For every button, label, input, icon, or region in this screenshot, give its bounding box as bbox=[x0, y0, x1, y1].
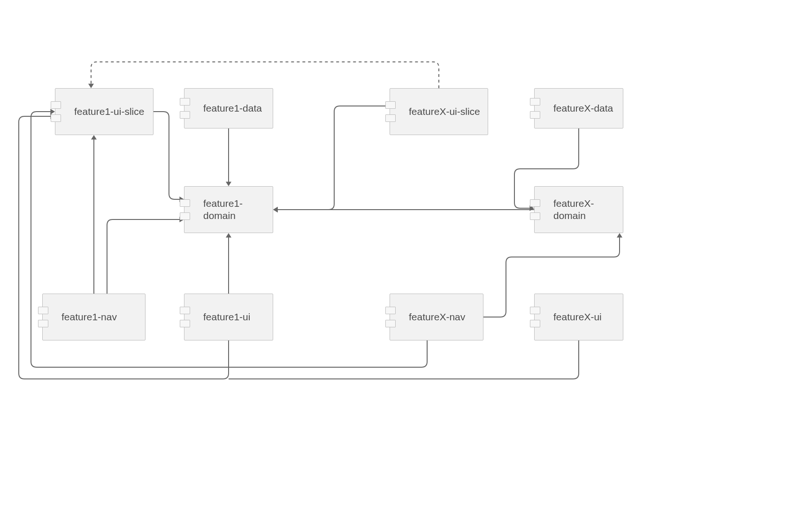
component-tab-icon bbox=[530, 111, 540, 119]
component-tab-icon bbox=[180, 111, 190, 119]
component-icon bbox=[51, 101, 61, 122]
diagram-canvas: feature1-ui-slicefeature1-datafeatureX-u… bbox=[0, 0, 812, 529]
component-label: feature1-domain bbox=[184, 197, 273, 222]
component-tab-icon bbox=[385, 114, 396, 122]
component-icon bbox=[530, 98, 540, 119]
arrowhead-icon bbox=[226, 181, 231, 186]
component-node-fx-ui: featureX-ui bbox=[534, 294, 623, 340]
component-icon bbox=[530, 307, 540, 327]
component-node-f1-data: feature1-data bbox=[184, 88, 273, 128]
component-tab-icon bbox=[180, 320, 190, 327]
arrowhead-icon bbox=[226, 233, 231, 238]
component-tab-icon bbox=[530, 212, 540, 220]
edge-layer bbox=[0, 0, 812, 529]
component-tab-icon bbox=[530, 98, 540, 106]
component-tab-icon bbox=[38, 307, 48, 314]
component-node-f1-ui: feature1-ui bbox=[184, 294, 273, 340]
component-tab-icon bbox=[530, 307, 540, 314]
arrowhead-icon bbox=[273, 207, 278, 212]
component-tab-icon bbox=[385, 101, 396, 109]
arrowhead-icon bbox=[91, 135, 97, 140]
component-label: feature1-ui bbox=[184, 311, 256, 323]
component-tab-icon bbox=[180, 98, 190, 106]
component-node-f1-ui-slice: feature1-ui-slice bbox=[55, 88, 153, 135]
component-node-fx-nav: featureX-nav bbox=[390, 294, 483, 340]
edge-fx-ui-slice-to-f1-domain-via-lift bbox=[276, 106, 390, 210]
component-tab-icon bbox=[385, 307, 396, 314]
component-node-fx-data: featureX-data bbox=[534, 88, 623, 128]
component-tab-icon bbox=[530, 320, 540, 327]
component-tab-icon bbox=[180, 199, 190, 207]
edge-fx-ui-slice-to-f1-ui-slice bbox=[91, 62, 439, 88]
arrowhead-icon bbox=[617, 233, 622, 238]
arrowhead-icon bbox=[88, 83, 94, 88]
component-node-fx-ui-slice: featureX-ui-slice bbox=[390, 88, 488, 135]
component-label: featureX-domain bbox=[535, 197, 623, 222]
edge-fx-ui-to-f1-ui-slice-loop bbox=[229, 340, 579, 379]
component-label: feature1-nav bbox=[43, 311, 123, 323]
component-icon bbox=[180, 98, 190, 119]
component-icon bbox=[530, 199, 540, 220]
arrowhead-icon bbox=[273, 207, 278, 212]
edge-f1-nav-to-f1-domain bbox=[107, 219, 181, 294]
component-label: featureX-nav bbox=[390, 311, 471, 323]
component-tab-icon bbox=[38, 320, 48, 327]
component-node-f1-nav: feature1-nav bbox=[42, 294, 146, 340]
component-node-fx-domain: featureX-domain bbox=[534, 186, 623, 233]
component-node-f1-domain: feature1-domain bbox=[184, 186, 273, 233]
component-icon bbox=[385, 101, 396, 122]
component-icon bbox=[180, 199, 190, 220]
component-tab-icon bbox=[180, 307, 190, 314]
component-label: feature1-ui-slice bbox=[55, 106, 150, 118]
component-icon bbox=[38, 307, 48, 327]
component-icon bbox=[180, 307, 190, 327]
component-tab-icon bbox=[51, 114, 61, 122]
component-tab-icon bbox=[180, 212, 190, 220]
component-label: featureX-data bbox=[535, 102, 619, 114]
component-label: featureX-ui-slice bbox=[390, 106, 486, 118]
component-tab-icon bbox=[385, 320, 396, 327]
component-label: feature1-data bbox=[184, 102, 268, 114]
edge-f1-ui-slice-to-f1-domain bbox=[153, 112, 181, 199]
component-label: featureX-ui bbox=[535, 311, 607, 323]
component-tab-icon bbox=[530, 199, 540, 207]
component-icon bbox=[385, 307, 396, 327]
component-tab-icon bbox=[51, 101, 61, 109]
